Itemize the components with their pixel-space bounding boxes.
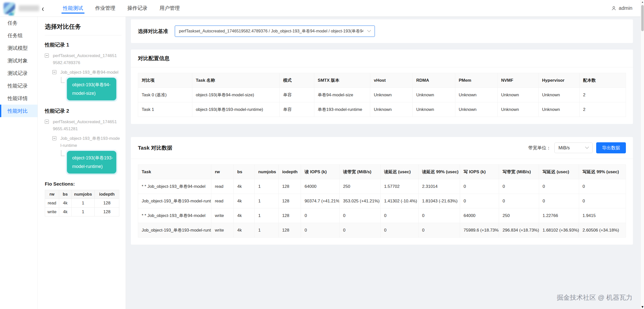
table-row: Task 0 (基准)object-193(单卷94-model-size)单容… bbox=[138, 88, 626, 102]
perf-record-trees: 性能记录 1perfTaskset_Autocreated_1746519582… bbox=[45, 41, 121, 175]
table-cell: 353.025 (+41.21%) bbox=[339, 194, 381, 208]
job-node-row: Job_object-193_单卷193-model-runtime bbox=[52, 135, 121, 149]
table-row: Job_object-193_单卷193-model-runtimewrite4… bbox=[138, 223, 626, 238]
table-cell: read bbox=[45, 199, 59, 208]
nav-tab-作业管理[interactable]: 作业管理 bbox=[89, 0, 121, 16]
sidebar-item-任务[interactable]: 任务 bbox=[0, 17, 37, 29]
chevron-down-icon bbox=[367, 28, 371, 32]
table-cell: 0 bbox=[339, 208, 381, 223]
column-header: 读延迟 99% (usec) bbox=[419, 165, 460, 179]
nav-tab-用户管理[interactable]: 用户管理 bbox=[154, 0, 186, 16]
table-cell: 2 bbox=[579, 88, 626, 102]
table-cell: Unknown bbox=[455, 102, 498, 117]
table-cell: 250 bbox=[339, 179, 381, 194]
left-sidebar: 任务任务组测试模型测试对象测试记录性能记录性能详情性能对比 bbox=[0, 17, 38, 309]
collapse-toggle-icon[interactable] bbox=[45, 54, 49, 58]
export-data-button[interactable]: 导出数据 bbox=[596, 142, 626, 153]
config-table-wrap: 对比项Task 名称模式SMTX 版本vHostRDMAPMemNVMFHype… bbox=[131, 67, 633, 124]
table-row: * * Job_object-193_单卷94-modelread4k11286… bbox=[138, 179, 626, 194]
task-compare-card: Task 对比数据 带宽单位： MiB/s 导出数据 Taskrwbsnumjo… bbox=[131, 137, 633, 245]
sidebar-item-性能记录[interactable]: 性能记录 bbox=[0, 79, 37, 92]
tree-connector bbox=[61, 77, 65, 83]
column-header: 读 IOPS (k) bbox=[301, 165, 339, 179]
job-node-label[interactable]: Job_object-193_单卷94-model bbox=[60, 69, 121, 76]
collapse-toggle-icon[interactable] bbox=[52, 70, 56, 74]
bandwidth-unit-label: 带宽单位： bbox=[528, 145, 551, 151]
taskset-node-label[interactable]: perfTaskset_Autocreated_1746519582.47893… bbox=[53, 52, 118, 66]
sidebar-item-性能详情[interactable]: 性能详情 bbox=[0, 92, 37, 105]
vertical-scrollbar[interactable]: ▲ ▼ bbox=[640, 0, 644, 309]
selected-object-node[interactable]: object-193(单卷94-model-size) bbox=[67, 78, 116, 100]
selected-object-node[interactable]: object-193(单卷193-model-runtime) bbox=[67, 151, 116, 173]
table-header-row: Taskrwbsnumjobsiodepth读 IOPS (k)读带宽 (MiB… bbox=[138, 165, 626, 179]
divider bbox=[45, 35, 122, 35]
table-cell: 128 bbox=[279, 208, 301, 223]
sidebar-collapse-icon[interactable]: ‹ bbox=[42, 4, 44, 13]
table-cell: 296.834 (+18.73%) bbox=[499, 223, 539, 238]
table-cell: 0 bbox=[460, 179, 499, 194]
table-cell: 单容 bbox=[280, 88, 314, 102]
column-header: iodepth bbox=[279, 165, 301, 179]
table-cell: Unknown bbox=[498, 88, 539, 102]
column-header: bs bbox=[59, 190, 71, 199]
column-header: numjobs bbox=[255, 165, 279, 179]
config-card-header: 对比配置信息 bbox=[131, 50, 633, 67]
column-header: rw bbox=[45, 190, 59, 199]
table-cell: write bbox=[45, 208, 59, 216]
table-cell: object-193(单卷193-model-runtime) bbox=[192, 102, 280, 117]
sidebar-item-测试对象[interactable]: 测试对象 bbox=[0, 54, 37, 67]
job-node-label[interactable]: Job_object-193_单卷193-model-runtime bbox=[60, 135, 121, 149]
table-cell: 0 bbox=[499, 194, 539, 208]
column-header: 读延迟 (usec) bbox=[381, 165, 419, 179]
baseline-select[interactable]: perfTaskset_Autocreated_1746519582.47893… bbox=[175, 25, 375, 37]
table-cell: 0 bbox=[539, 194, 579, 208]
selected-object-row: object-193(单卷193-model-runtime) bbox=[61, 150, 121, 175]
sidebar-item-测试模型[interactable]: 测试模型 bbox=[0, 42, 37, 54]
table-cell: 0 bbox=[381, 208, 419, 223]
table-row: * * Job_object-193_单卷94-modelwrite4k1128… bbox=[138, 208, 626, 223]
panel-title: 选择对比任务 bbox=[45, 23, 121, 31]
collapse-toggle-icon[interactable] bbox=[52, 136, 56, 140]
chevron-down-icon bbox=[585, 145, 589, 149]
table-cell: 64000 bbox=[460, 208, 499, 223]
bandwidth-unit-select[interactable]: MiB/s bbox=[554, 143, 593, 153]
table-cell: Job_object-193_单卷193-model-runtime bbox=[138, 194, 211, 208]
nav-tab-性能测试[interactable]: 性能测试 bbox=[57, 0, 89, 16]
sidebar-item-性能对比[interactable]: 性能对比 bbox=[0, 105, 37, 117]
nav-tab-操作记录[interactable]: 操作记录 bbox=[121, 0, 154, 16]
table-cell: 128 bbox=[95, 199, 119, 208]
table-cell: 2 bbox=[579, 102, 626, 117]
config-info-card: 对比配置信息 对比项Task 名称模式SMTX 版本vHostRDMAPMemN… bbox=[131, 50, 633, 124]
table-cell: 0 bbox=[301, 223, 339, 238]
taskset-node-label[interactable]: perfTaskset_Autocreated_1746519655.45128… bbox=[53, 118, 118, 133]
table-cell: 128 bbox=[95, 208, 119, 216]
scroll-down-arrow-icon[interactable]: ▼ bbox=[641, 304, 644, 309]
table-cell: 1 bbox=[71, 208, 95, 216]
primary-nav-tabs: 性能测试作业管理操作记录用户管理 bbox=[57, 0, 186, 16]
table-cell: 128 bbox=[279, 179, 301, 194]
bandwidth-unit-value: MiB/s bbox=[558, 145, 570, 151]
app-logo bbox=[4, 3, 15, 14]
fio-sections-label: Fio Sections: bbox=[45, 181, 121, 187]
scrollbar-thumb[interactable] bbox=[641, 5, 644, 31]
taskset-node-row: perfTaskset_Autocreated_1746519655.45128… bbox=[45, 118, 121, 133]
column-header: 写延迟 99% (usec) bbox=[579, 165, 626, 179]
table-cell: 1.22766 bbox=[539, 208, 579, 223]
username-label: admin bbox=[619, 5, 632, 11]
table-cell: Unknown bbox=[413, 88, 455, 102]
table-cell: Unknown bbox=[498, 102, 539, 117]
user-area[interactable]: admin bbox=[611, 5, 632, 11]
sidebar-item-测试记录[interactable]: 测试记录 bbox=[0, 67, 37, 79]
table-cell: object-193(单卷94-model-size) bbox=[192, 88, 280, 102]
collapse-toggle-icon[interactable] bbox=[45, 120, 49, 124]
selected-object-halo: object-193(单卷94-model-size) bbox=[66, 76, 118, 102]
tree-connector bbox=[61, 150, 65, 156]
scroll-up-arrow-icon[interactable]: ▲ bbox=[641, 0, 644, 4]
table-cell: 0 bbox=[499, 179, 539, 194]
watermark-text: 掘金技术社区 @ 机器瓦力 bbox=[557, 293, 632, 302]
task-card-header: Task 对比数据 带宽单位： MiB/s 导出数据 bbox=[131, 137, 633, 159]
table-cell: Unknown bbox=[455, 88, 498, 102]
sidebar-item-任务组[interactable]: 任务组 bbox=[0, 29, 37, 42]
column-header: 写带宽 (MiB/s) bbox=[499, 165, 539, 179]
table-cell: 0 bbox=[460, 194, 499, 208]
